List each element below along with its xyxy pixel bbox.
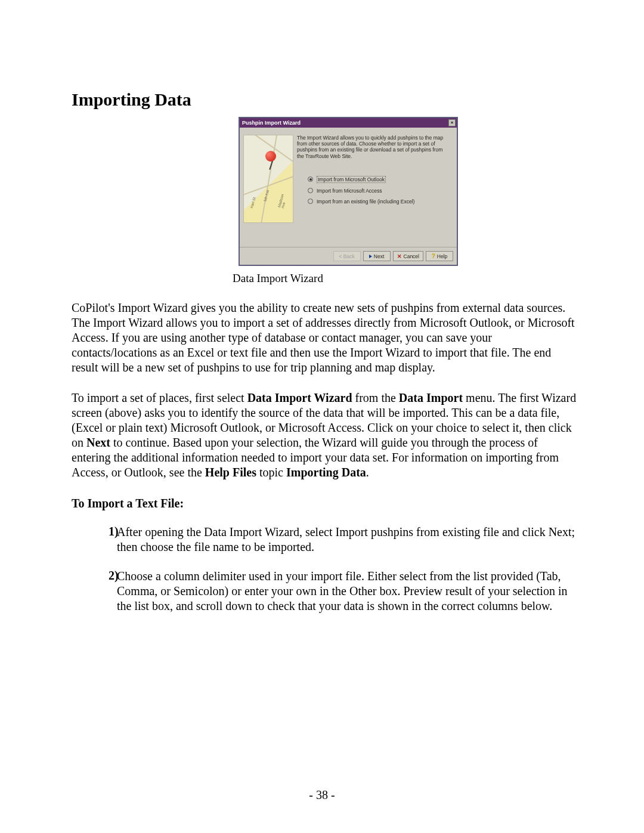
map-label: Madison Ave [277,188,289,209]
page-title: Importing Data [72,89,578,110]
text-bold: Import pushpins from existing file [335,525,499,538]
text: . [366,466,369,479]
step-number: 1) [72,525,113,555]
back-button: < Back [333,251,361,261]
radio-option-file[interactable]: Import from an existing file (including … [308,199,451,205]
radio-option-outlook[interactable]: Import from Microsoft Outlook [308,176,451,183]
button-label: Help [437,253,447,259]
text-bold: Importing Data [286,466,366,479]
text: After opening the Data Import Wizard, se… [117,525,335,538]
subheading: To Import a Text File: [72,497,578,510]
wizard-titlebar: Pushpin Import Wizard × [240,118,457,128]
cancel-button[interactable]: ✕ Cancel [393,251,423,261]
wizard-description: The Import Wizard allows you to quickly … [297,135,451,159]
button-label: Cancel [404,253,419,259]
text: To import a set of places, first select [72,391,247,404]
paragraph-1: CoPilot's Import Wizard gives you the ab… [72,301,578,375]
text: and click [499,525,549,538]
x-icon: ✕ [397,253,402,259]
text: Choose a column delimiter used in your i… [117,569,540,583]
list-item: 2) Choose a column delimiter used in you… [72,569,578,614]
play-icon [369,255,372,258]
text-bold: Next [86,436,110,449]
page-number: - 38 - [0,788,644,802]
text-bold: Tab [540,569,558,583]
pushpin-icon [264,151,281,168]
text-bold: Data Import [399,391,463,404]
text-bold: Data Import Wizard [247,391,352,404]
close-icon[interactable]: × [448,119,456,126]
text-bold: Other [349,584,377,597]
help-button[interactable]: ? Help [426,251,453,261]
button-label: < Back [339,253,354,259]
text: topic [256,466,286,479]
text-bold: Next [549,525,572,538]
next-button[interactable]: Next [363,251,391,261]
radio-option-access[interactable]: Import from Microsoft Access [308,188,451,194]
text-bold: Comma [117,584,154,597]
step-number: 2) [72,569,113,614]
option-label: Import from Microsoft Outlook [317,176,386,183]
button-label: Next [374,253,384,259]
map-thumbnail: Hart St 5th Ave Madison Ave [243,135,293,223]
text-bold: Help Files [205,466,256,479]
figure-caption: Data Import Wizard [233,272,465,285]
steps-list: 1) After opening the Data Import Wizard,… [72,525,578,614]
radio-icon [308,188,313,193]
text: ) or enter your own in the [225,584,349,597]
wizard-dialog: Pushpin Import Wizard × Hart St 5th Ave … [239,117,458,266]
list-item: 1) After opening the Data Import Wizard,… [72,525,578,555]
option-label: Import from an existing file (including … [317,199,414,205]
text-bold: Semicolon [174,584,225,597]
step-text: Choose a column delimiter used in your i… [113,569,578,614]
option-label: Import from Microsoft Access [317,188,382,194]
map-label: 5th Ave [263,190,270,202]
text: from the [352,391,399,404]
radio-icon [308,176,313,182]
figure: Pushpin Import Wizard × Hart St 5th Ave … [239,117,465,285]
radio-icon [308,199,313,204]
wizard-title: Pushpin Import Wizard [242,120,301,126]
paragraph-2: To import a set of places, first select … [72,391,578,480]
text: , [558,569,561,583]
map-label: Hart St [250,197,256,209]
step-text: After opening the Data Import Wizard, se… [113,525,578,555]
question-icon: ? [432,253,435,259]
text: , or [154,584,174,597]
